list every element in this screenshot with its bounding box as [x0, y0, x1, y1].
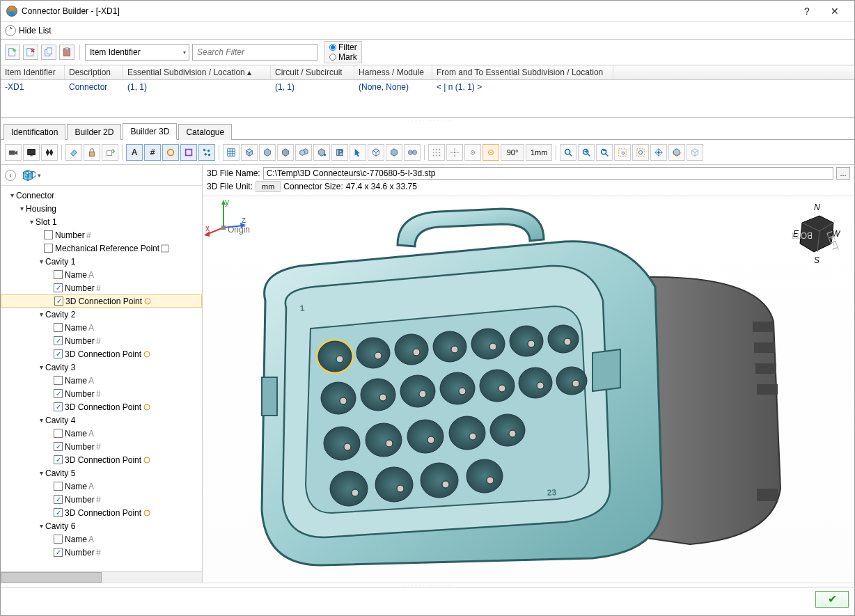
checkbox[interactable] — [54, 535, 63, 544]
checkbox[interactable] — [54, 270, 63, 279]
radio-mark[interactable]: Mark — [329, 52, 357, 62]
snap-grid-button[interactable] — [428, 144, 445, 161]
tree-slot1[interactable]: ▾Slot 1 — [1, 215, 202, 228]
tree-cav6-name[interactable]: NameA — [1, 532, 202, 546]
tree-cav3-name[interactable]: NameA — [1, 374, 202, 387]
cube-solid-button[interactable] — [386, 144, 402, 161]
ok-button[interactable]: ✔ — [815, 591, 849, 608]
help-button[interactable]: ? — [793, 1, 821, 21]
checkbox[interactable] — [54, 283, 63, 292]
zoom-select-button[interactable] — [632, 144, 649, 161]
collapse-tree-button[interactable]: ‹ — [5, 170, 16, 181]
tree-body[interactable]: ▾Connector ▾Housing ▾Slot 1 Number# Mech… — [1, 186, 202, 571]
angle-value[interactable]: 90° — [501, 144, 524, 161]
tab-catalogue[interactable]: Catalogue — [178, 124, 232, 140]
tree-cav3-number[interactable]: Number# — [1, 387, 202, 400]
tree-cav1-cp[interactable]: 3D Connection Point — [1, 294, 202, 308]
view-cube[interactable]: N S E W BOTTOM LEFT — [792, 203, 840, 264]
identifier-combo[interactable]: Item Identifier ▾ — [85, 44, 189, 61]
checkbox[interactable] — [54, 429, 63, 438]
checkbox[interactable] — [54, 455, 63, 464]
tree-cav1-name[interactable]: NameA — [1, 268, 202, 281]
lock-button[interactable] — [84, 144, 100, 161]
checkbox[interactable] — [54, 442, 63, 451]
search-input[interactable] — [192, 44, 317, 61]
cube-1-button[interactable] — [241, 144, 258, 161]
origin-axes-gizmo[interactable]: y x z Origin — [203, 196, 251, 245]
checkbox[interactable] — [54, 508, 63, 517]
checkbox[interactable] — [54, 349, 63, 358]
snap-point-button[interactable] — [464, 144, 481, 161]
tree-horizontal-scrollbar[interactable] — [1, 571, 202, 583]
cube-2-button[interactable] — [259, 144, 276, 161]
tree-cav5-name[interactable]: NameA — [1, 480, 202, 493]
grid-button[interactable] — [223, 144, 240, 161]
checkbox[interactable] — [44, 230, 53, 239]
checkbox[interactable] — [54, 495, 63, 504]
file-path-field[interactable]: C:\Temp\3D Connecteurs\c-770680-5-I-3d.s… — [263, 167, 833, 180]
zoom-out-button[interactable]: − — [596, 144, 613, 161]
tab-builder-3d[interactable]: Builder 3D — [123, 123, 177, 140]
checkbox[interactable] — [54, 402, 63, 411]
square-button[interactable] — [180, 144, 197, 161]
arrow-cursor-button[interactable] — [350, 144, 366, 161]
grid-row[interactable]: -XD1 Connector (1, 1) (1, 1) (None, None… — [1, 80, 854, 95]
checkbox[interactable] — [54, 323, 63, 332]
zoom-window-button[interactable] — [614, 144, 631, 161]
close-button[interactable]: ✕ — [821, 1, 849, 21]
cube-stack-button[interactable] — [313, 144, 330, 161]
col-harness[interactable]: Harness / Module — [354, 65, 432, 79]
delete-item-button[interactable] — [23, 45, 38, 60]
chevron-down-icon[interactable]: ▾ — [38, 172, 41, 179]
tree-slot1-number[interactable]: Number# — [1, 228, 202, 242]
view-screen-button[interactable] — [23, 144, 40, 161]
tree-cavity-1[interactable]: ▾Cavity 1 — [1, 255, 202, 268]
hollow-circle-button[interactable] — [162, 144, 179, 161]
tab-builder-2d[interactable]: Builder 2D — [67, 124, 121, 140]
copy-item-button[interactable] — [41, 45, 56, 60]
checkbox[interactable] — [44, 244, 53, 253]
tree-cavity-6[interactable]: ▾Cavity 6 — [1, 519, 202, 532]
col-fromto[interactable]: From and To Essential Subdivision / Loca… — [432, 65, 613, 79]
col-item-identifier[interactable]: Item Identifier — [1, 65, 65, 79]
orbit-button[interactable] — [668, 144, 685, 161]
checkbox[interactable] — [54, 389, 63, 398]
radio-filter[interactable]: Filter — [329, 42, 357, 52]
tree-cav1-number[interactable]: Number# — [1, 281, 202, 294]
new-item-button[interactable]: + — [5, 45, 20, 60]
cube-p-button[interactable]: P — [331, 144, 348, 161]
tree-connector[interactable]: ▾Connector — [1, 189, 202, 202]
snap-center-button[interactable] — [446, 144, 463, 161]
cube-wire-button[interactable] — [368, 144, 384, 161]
tree-cav2-number[interactable]: Number# — [1, 334, 202, 347]
hide-list-toggle[interactable]: ˄ Hide List — [1, 22, 854, 40]
checkbox[interactable] — [54, 376, 63, 385]
col-circuit[interactable]: Circuit / Subcircuit — [271, 65, 354, 79]
tree-cav3-cp[interactable]: 3D Connection Point — [1, 400, 202, 413]
tree-cav5-number[interactable]: Number# — [1, 493, 202, 506]
tab-identification[interactable]: Identification — [3, 124, 65, 140]
tree-cav4-name[interactable]: NameA — [1, 427, 202, 440]
diamond-button[interactable] — [41, 144, 58, 161]
text-a-button[interactable]: A — [126, 144, 143, 161]
tree-housing[interactable]: ▾Housing — [1, 202, 202, 215]
cube-multi-button[interactable] — [295, 144, 312, 161]
checkbox[interactable] — [54, 336, 63, 345]
checkbox[interactable] — [54, 482, 63, 491]
col-description[interactable]: Description — [65, 65, 123, 79]
tree-cavity-2[interactable]: ▾Cavity 2 — [1, 308, 202, 321]
checkbox[interactable] — [54, 548, 63, 557]
home-view-button[interactable] — [687, 144, 703, 161]
length-value[interactable]: 1mm — [526, 144, 552, 161]
tree-cavity-4[interactable]: ▾Cavity 4 — [1, 413, 202, 427]
tree-cav4-cp[interactable]: 3D Connection Point — [1, 453, 202, 466]
tree-cav2-name[interactable]: NameA — [1, 321, 202, 334]
snap-highlight-button[interactable] — [483, 144, 499, 161]
tree-cav5-cp[interactable]: 3D Connection Point — [1, 506, 202, 519]
canvas-3d[interactable]: 1 23 y x z Origin N S E W — [203, 196, 854, 583]
tree-cavity-3[interactable]: ▾Cavity 3 — [1, 361, 202, 374]
pan-button[interactable] — [650, 144, 667, 161]
cube-group-button[interactable] — [404, 144, 421, 161]
tree-slot1-mech[interactable]: Mechanical Reference Point — [1, 242, 202, 255]
checkbox[interactable] — [54, 297, 63, 306]
